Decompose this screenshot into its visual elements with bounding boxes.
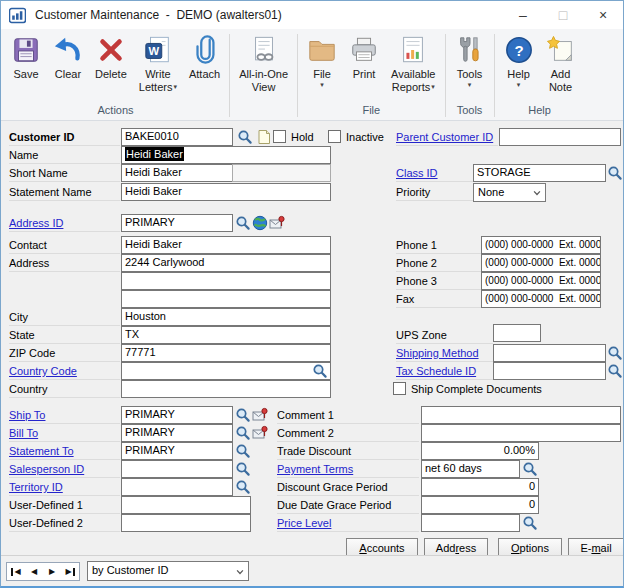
priority-select[interactable]: None — [473, 183, 546, 202]
customer-id-lookup-icon[interactable] — [237, 129, 253, 145]
statement-to-lookup-icon[interactable] — [235, 443, 251, 459]
help-button[interactable]: ? Help ▾ — [498, 31, 540, 88]
customer-id-field[interactable]: BAKE0010 — [121, 128, 233, 146]
shipping-method-lookup-icon[interactable] — [607, 345, 623, 361]
available-reports-button[interactable]: Available Reports▾ — [385, 31, 441, 93]
ship-to-lookup-icon[interactable] — [235, 407, 251, 423]
ribbon-divider — [494, 34, 495, 117]
zip-code-field[interactable]: 77771 — [121, 344, 331, 362]
address-map-envelope-icon[interactable] — [269, 215, 285, 231]
user-defined-2-field[interactable] — [121, 514, 251, 532]
comment2-field[interactable] — [421, 424, 621, 442]
close-button[interactable]: × — [583, 1, 623, 29]
salesperson-lookup-icon[interactable] — [235, 461, 251, 477]
due-date-grace-field[interactable]: 0 — [421, 496, 539, 514]
previous-record-button[interactable]: ◀ — [25, 563, 43, 580]
name-field[interactable]: Heidi Baker — [121, 146, 331, 164]
price-level-field[interactable] — [421, 514, 520, 532]
first-record-button[interactable]: ◀ — [7, 563, 25, 580]
class-id-lookup-icon[interactable] — [607, 165, 623, 181]
minimize-button[interactable]: – — [503, 1, 543, 29]
comment1-field[interactable] — [421, 406, 621, 424]
statement-to-link[interactable]: Statement To — [9, 445, 74, 457]
short-name-field[interactable]: Heidi Baker — [121, 164, 233, 182]
ship-to-field[interactable]: PRIMARY — [121, 406, 233, 424]
delete-button[interactable]: Delete — [89, 31, 133, 81]
write-letters-button[interactable]: W Write Letters▾ — [133, 31, 183, 93]
shipping-method-field[interactable] — [493, 344, 606, 362]
bill-to-lookup-icon[interactable] — [235, 425, 251, 441]
tax-schedule-lookup-icon[interactable] — [607, 363, 623, 379]
payment-terms-lookup-icon[interactable] — [522, 461, 538, 477]
ups-zone-field[interactable] — [493, 324, 541, 342]
file-button[interactable]: File ▾ — [301, 31, 343, 88]
country-field[interactable] — [121, 380, 331, 398]
parent-customer-id-link[interactable]: Parent Customer ID — [396, 131, 493, 143]
country-code-lookup-icon[interactable] — [312, 363, 328, 379]
inactive-checkbox[interactable] — [328, 130, 341, 143]
next-record-button[interactable]: ▶ — [43, 563, 61, 580]
bill-to-map-envelope-icon[interactable] — [252, 425, 268, 441]
territory-id-field[interactable] — [121, 478, 233, 496]
attach-button[interactable]: Attach — [183, 31, 226, 81]
phone1-field[interactable]: (000) 000-0000 Ext. 0000 — [481, 236, 601, 254]
address-line1-field[interactable]: 2244 Carlywood — [121, 254, 331, 272]
class-id-link[interactable]: Class ID — [396, 167, 438, 179]
all-in-one-view-button[interactable]: All-in-One View — [233, 31, 294, 93]
user-defined-1-field[interactable] — [121, 496, 251, 514]
tools-button[interactable]: Tools ▾ — [449, 31, 491, 88]
ribbon-toolbar: Save Clear Delete — [1, 29, 623, 121]
phone2-field[interactable]: (000) 000-0000 Ext. 0000 — [481, 254, 601, 272]
state-field[interactable]: TX — [121, 326, 331, 344]
city-field[interactable]: Houston — [121, 308, 331, 326]
contact-field[interactable]: Heidi Baker — [121, 236, 331, 254]
fax-field[interactable]: (000) 000-0000 Ext. 0000 — [481, 290, 601, 308]
country-code-field[interactable] — [121, 362, 331, 380]
sort-by-select[interactable]: by Customer ID — [87, 561, 249, 581]
address-id-link[interactable]: Address ID — [9, 217, 63, 229]
parent-customer-id-label: Parent Customer ID — [396, 128, 498, 146]
territory-lookup-icon[interactable] — [235, 479, 251, 495]
bill-to-field[interactable]: PRIMARY — [121, 424, 233, 442]
clear-button[interactable]: Clear — [47, 31, 89, 81]
maximize-button[interactable]: □ — [543, 1, 583, 29]
salesperson-id-link[interactable]: Salesperson ID — [9, 463, 84, 475]
internet-address-globe-icon[interactable] — [252, 215, 268, 231]
ship-to-link[interactable]: Ship To — [9, 409, 46, 421]
country-code-link[interactable]: Country Code — [9, 365, 77, 377]
price-level-label: Price Level — [277, 514, 419, 532]
tax-schedule-field[interactable] — [493, 362, 606, 380]
price-level-link[interactable]: Price Level — [277, 517, 331, 529]
trade-discount-field[interactable]: 0.00% — [421, 442, 539, 460]
last-record-button[interactable]: ▶ — [61, 563, 79, 580]
class-id-field[interactable]: STORAGE — [473, 164, 606, 182]
shipping-method-link[interactable]: Shipping Method — [396, 347, 479, 359]
window-title: Customer Maintenance - DEMO (awalters01) — [35, 8, 282, 22]
salesperson-id-field[interactable] — [121, 460, 233, 478]
chevron-down-icon — [235, 567, 245, 577]
customer-note-icon[interactable] — [256, 129, 272, 145]
hold-checkbox[interactable] — [273, 130, 286, 143]
discount-grace-field[interactable]: 0 — [421, 478, 539, 496]
save-button[interactable]: Save — [5, 31, 47, 81]
statement-name-field[interactable]: Heidi Baker — [121, 183, 331, 201]
title-bar[interactable]: Customer Maintenance - DEMO (awalters01)… — [1, 1, 623, 29]
phone3-field[interactable]: (000) 000-0000 Ext. 0000 — [481, 272, 601, 290]
address-line2-field[interactable] — [121, 272, 331, 290]
payment-terms-link[interactable]: Payment Terms — [277, 463, 353, 475]
statement-to-field[interactable]: PRIMARY — [121, 442, 233, 460]
ship-to-map-envelope-icon[interactable] — [252, 407, 268, 423]
parent-customer-id-field[interactable] — [499, 128, 621, 146]
print-button[interactable]: Print — [343, 31, 385, 81]
territory-id-link[interactable]: Territory ID — [9, 481, 63, 493]
bill-to-link[interactable]: Bill To — [9, 427, 38, 439]
add-note-button[interactable]: Add Note — [540, 31, 582, 93]
tax-schedule-link[interactable]: Tax Schedule ID — [396, 365, 476, 377]
price-level-lookup-icon[interactable] — [522, 515, 538, 531]
address-line3-field[interactable] — [121, 290, 331, 308]
payment-terms-field[interactable]: net 60 days — [421, 460, 520, 478]
svg-text:?: ? — [514, 42, 523, 59]
address-id-field[interactable]: PRIMARY — [121, 214, 233, 232]
ship-complete-checkbox[interactable] — [393, 382, 406, 395]
address-id-lookup-icon[interactable] — [235, 215, 251, 231]
